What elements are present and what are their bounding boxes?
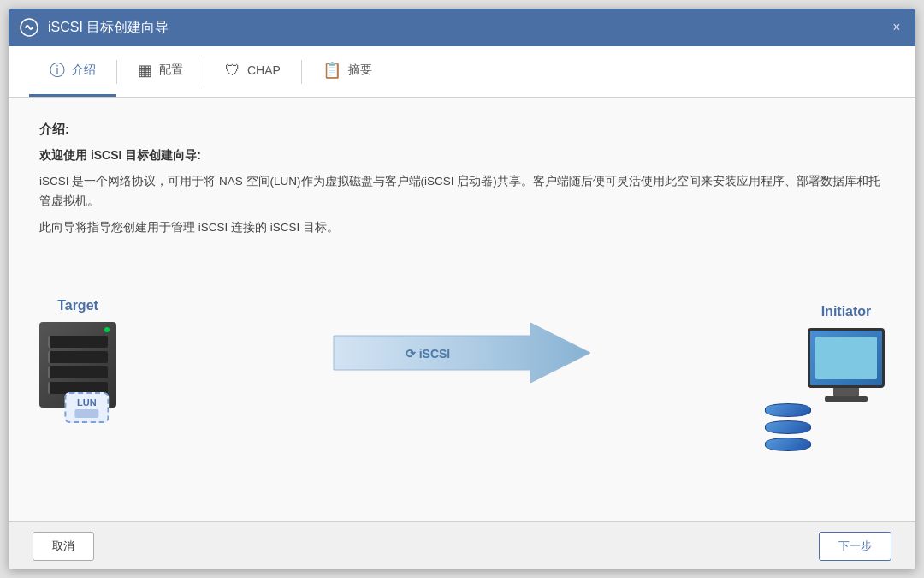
lun-badge: LUN <box>64 392 109 423</box>
db-disk-3 <box>765 438 811 451</box>
main-window: iSCSI 目标创建向导 × ⓘ 介绍 ▦ 配置 🛡 CHAP 📋 摘要 介绍:… <box>9 9 915 569</box>
db-disk-1 <box>765 403 811 417</box>
target-group: Target LUN <box>39 298 116 408</box>
nav-label-chap: CHAP <box>247 63 281 77</box>
nav-item-config[interactable]: ▦ 配置 <box>117 46 204 97</box>
section-title: 介绍: <box>39 122 885 138</box>
cancel-button[interactable]: 取消 <box>33 532 94 561</box>
server-slots <box>48 336 108 394</box>
info-icon: ⓘ <box>50 60 65 80</box>
nav-item-chap[interactable]: 🛡 CHAP <box>204 46 301 97</box>
diagram: Target LUN <box>39 259 885 447</box>
navbar: ⓘ 介绍 ▦ 配置 🛡 CHAP 📋 摘要 <box>9 46 915 98</box>
monitor-base <box>825 396 868 402</box>
target-label: Target <box>57 298 98 313</box>
monitor-illustration <box>808 328 885 388</box>
nav-label-summary: 摘要 <box>348 63 372 78</box>
app-logo-icon <box>19 17 39 38</box>
main-content: 介绍: 欢迎使用 iSCSI 目标创建向导: iSCSI 是一个网络协议，可用于… <box>9 98 915 521</box>
monitor-stand <box>833 388 859 396</box>
server-led <box>104 327 110 332</box>
shield-icon: 🛡 <box>225 62 240 80</box>
welcome-title: 欢迎使用 iSCSI 目标创建向导: <box>39 148 885 164</box>
db-disk-2 <box>765 420 811 434</box>
iscsi-arrow: ⟳ iSCSI <box>325 319 599 387</box>
nav-label-intro: 介绍 <box>72 63 96 78</box>
next-button[interactable]: 下一步 <box>819 532 891 561</box>
lun-label: LUN <box>77 397 97 408</box>
description-2: 此向导将指导您创建用于管理 iSCSI 连接的 iSCSI 目标。 <box>39 218 885 238</box>
arrow-area: ⟳ iSCSI <box>116 319 808 387</box>
initiator-group: Initiator <box>808 304 885 402</box>
config-icon: ▦ <box>138 61 152 80</box>
nav-label-config: 配置 <box>159 63 183 78</box>
nav-item-intro[interactable]: ⓘ 介绍 <box>29 46 116 97</box>
server-slot-2 <box>48 351 108 363</box>
close-button[interactable]: × <box>888 19 905 36</box>
svg-text:⟳ iSCSI: ⟳ iSCSI <box>406 347 450 361</box>
nav-item-summary[interactable]: 📋 摘要 <box>302 46 393 97</box>
window-title: iSCSI 目标创建向导 <box>48 19 888 37</box>
initiator-label: Initiator <box>821 304 872 319</box>
lun-disk <box>74 409 98 418</box>
description-1: iSCSI 是一个网络协议，可用于将 NAS 空间(LUN)作为虚拟磁盘与客户端… <box>39 172 885 212</box>
summary-icon: 📋 <box>323 61 341 80</box>
titlebar: iSCSI 目标创建向导 × <box>9 9 915 46</box>
server-slot-1 <box>48 336 108 348</box>
footer: 取消 下一步 <box>9 521 915 569</box>
server-slot-3 <box>48 366 108 378</box>
monitor-screen <box>815 337 877 379</box>
